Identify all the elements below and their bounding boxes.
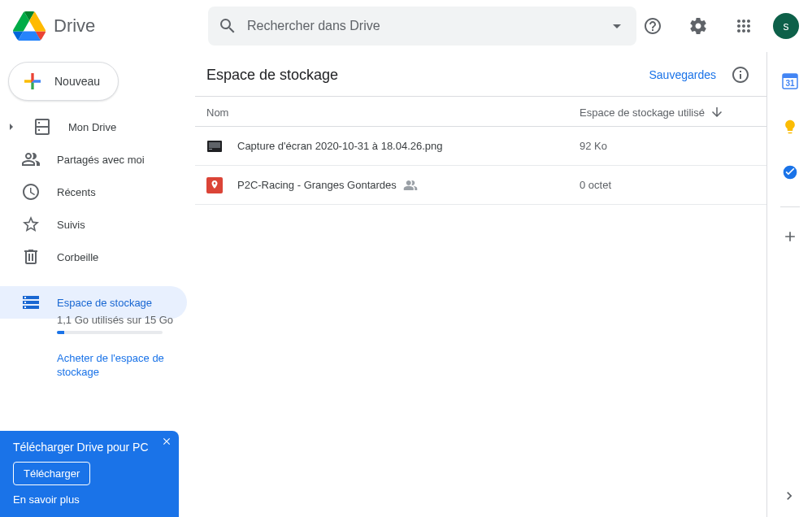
file-type-map-icon [206,177,223,193]
nav-trash[interactable]: Corbeille [0,241,187,273]
new-button-label: Nouveau [54,75,100,88]
content: Espace de stockage Sauvegardes Nom Espac… [195,52,766,517]
gear-icon [688,16,708,36]
nav-label: Mon Drive [68,121,116,133]
file-size: 92 Ko [580,140,750,152]
search-options-dropdown[interactable] [607,16,627,36]
nav-label: Partagés avec moi [57,154,145,166]
chevron-right-icon [781,488,797,504]
plus-icon [782,228,798,245]
apps-grid-icon [734,16,753,36]
avatar-letter: s [784,20,789,33]
add-addon-button[interactable] [774,220,806,253]
header: Drive s [0,0,812,52]
svg-rect-2 [209,149,212,150]
buy-storage-link[interactable]: Acheter de l'espace de stockage [57,352,176,380]
keep-app-button[interactable] [774,111,806,143]
account-avatar[interactable]: s [773,13,799,39]
svg-text:31: 31 [785,79,795,88]
new-button[interactable]: Nouveau [8,62,119,101]
file-row[interactable]: Capture d'écran 2020-10-31 à 18.04.26.pn… [195,127,766,166]
nav-my-drive[interactable]: Mon Drive [0,111,187,143]
nav-label: Espace de stockage [57,297,152,309]
logo-section[interactable]: Drive [13,10,208,42]
page-actions: Sauvegardes [649,65,750,85]
tasks-app-button[interactable] [774,156,806,189]
clock-icon [21,182,41,202]
column-storage[interactable]: Espace de stockage utilisé [580,105,750,119]
nav-label: Récents [57,186,96,198]
svg-rect-1 [209,142,220,148]
column-name[interactable]: Nom [206,106,580,119]
side-panel: 31 [766,52,812,517]
storage-bar-fill [57,331,64,334]
body: Nouveau Mon Drive Partagés avec moi Réce… [0,52,812,517]
drive-logo-icon [13,10,46,42]
people-icon [21,150,41,169]
support-button[interactable] [636,10,669,42]
file-name-text: Capture d'écran 2020-10-31 à 18.04.26.pn… [237,140,443,152]
file-name: P2C-Racing - Granges Gontardes [237,178,580,193]
main: Espace de stockage Sauvegardes Nom Espac… [195,52,812,517]
search-icon [218,16,237,36]
expand-triangle-icon[interactable] [7,123,16,131]
plus-icon [20,69,45,93]
help-icon [643,16,662,36]
nav-label: Suivis [57,219,85,231]
storage-usage-text: 1,1 Go utilisés sur 15 Go [57,314,176,326]
storage-bar [57,331,163,334]
nav: Mon Drive Partagés avec moi Récents Suiv… [0,111,195,319]
storage-icon [21,293,41,312]
promo-card: Télécharger Drive pour PC Télécharger En… [0,431,179,517]
calendar-app-button[interactable]: 31 [774,65,806,98]
nav-starred[interactable]: Suivis [0,208,187,241]
sidebar: Nouveau Mon Drive Partagés avec moi Réce… [0,52,195,517]
nav-recent[interactable]: Récents [0,176,187,208]
info-icon [731,65,750,85]
keep-icon [782,119,798,135]
backups-link[interactable]: Sauvegardes [649,68,716,81]
file-name-text: P2C-Racing - Granges Gontardes [237,179,397,191]
promo-close-button[interactable] [161,436,172,447]
nav-shared[interactable]: Partagés avec moi [0,143,187,176]
star-icon [21,215,41,234]
search-input[interactable] [247,19,597,33]
file-row[interactable]: P2C-Racing - Granges Gontardes 0 octet [195,166,766,205]
caret-down-icon [613,24,621,28]
promo-title: Télécharger Drive pour PC [13,441,166,454]
page-title: Espace de stockage [206,67,338,84]
apps-button[interactable] [727,10,760,42]
collapse-panel-button[interactable] [773,480,805,512]
tasks-icon [782,164,798,180]
drive-icon [33,117,52,137]
shared-icon [403,178,418,193]
info-button[interactable] [731,65,750,85]
svg-rect-5 [783,74,797,78]
trash-icon [21,247,41,267]
file-size: 0 octet [580,179,750,191]
promo-more-link[interactable]: En savoir plus [13,493,166,506]
search-bar[interactable] [208,7,636,46]
file-type-image-icon [206,138,223,154]
settings-button[interactable] [682,10,714,42]
file-name: Capture d'écran 2020-10-31 à 18.04.26.pn… [237,140,580,152]
column-header-row: Nom Espace de stockage utilisé [195,97,766,127]
storage-block: 1,1 Go utilisés sur 15 Go Acheter de l'e… [0,314,195,380]
close-icon [161,436,172,447]
promo-download-button[interactable]: Télécharger [13,462,90,485]
arrow-down-icon [710,105,724,119]
column-storage-label: Espace de stockage utilisé [580,106,705,119]
product-name: Drive [54,15,95,37]
nav-label: Corbeille [57,251,98,263]
page-header: Espace de stockage Sauvegardes [195,59,766,97]
calendar-icon: 31 [782,73,798,89]
header-actions: s [636,10,805,42]
